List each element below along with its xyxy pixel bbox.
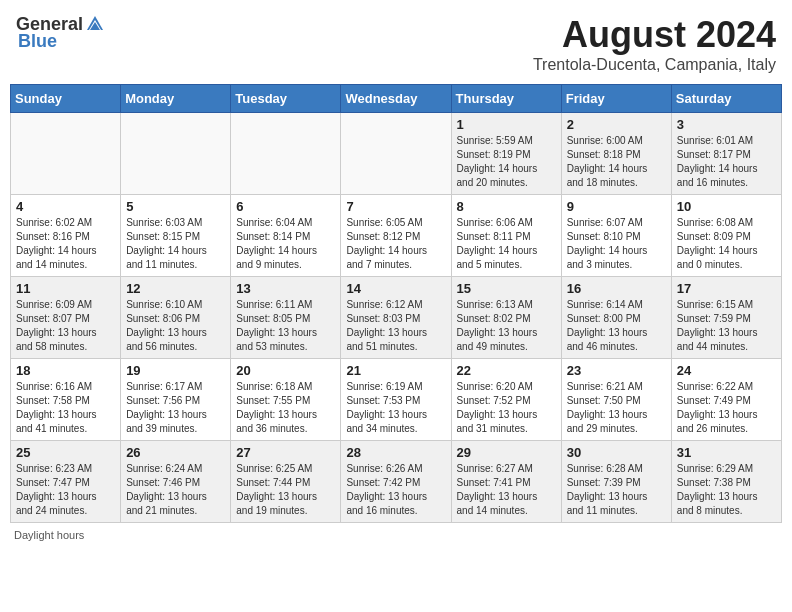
calendar-day-cell xyxy=(341,113,451,195)
calendar-day-cell xyxy=(11,113,121,195)
day-info: Sunrise: 6:08 AMSunset: 8:09 PMDaylight:… xyxy=(677,216,776,272)
day-info: Sunrise: 6:23 AMSunset: 7:47 PMDaylight:… xyxy=(16,462,115,518)
daylight-label: Daylight hours xyxy=(14,529,84,541)
day-info: Sunrise: 6:22 AMSunset: 7:49 PMDaylight:… xyxy=(677,380,776,436)
day-info: Sunrise: 6:21 AMSunset: 7:50 PMDaylight:… xyxy=(567,380,666,436)
day-number: 22 xyxy=(457,363,556,378)
day-number: 26 xyxy=(126,445,225,460)
footer: Daylight hours xyxy=(10,529,782,541)
day-info: Sunrise: 6:10 AMSunset: 8:06 PMDaylight:… xyxy=(126,298,225,354)
day-info: Sunrise: 6:04 AMSunset: 8:14 PMDaylight:… xyxy=(236,216,335,272)
calendar-day-cell: 20Sunrise: 6:18 AMSunset: 7:55 PMDayligh… xyxy=(231,359,341,441)
calendar-day-header: Saturday xyxy=(671,85,781,113)
day-info: Sunrise: 6:09 AMSunset: 8:07 PMDaylight:… xyxy=(16,298,115,354)
calendar-day-cell: 22Sunrise: 6:20 AMSunset: 7:52 PMDayligh… xyxy=(451,359,561,441)
calendar-day-cell: 18Sunrise: 6:16 AMSunset: 7:58 PMDayligh… xyxy=(11,359,121,441)
day-info: Sunrise: 6:24 AMSunset: 7:46 PMDaylight:… xyxy=(126,462,225,518)
calendar-day-cell: 24Sunrise: 6:22 AMSunset: 7:49 PMDayligh… xyxy=(671,359,781,441)
calendar-week-row: 4Sunrise: 6:02 AMSunset: 8:16 PMDaylight… xyxy=(11,195,782,277)
day-info: Sunrise: 6:15 AMSunset: 7:59 PMDaylight:… xyxy=(677,298,776,354)
day-number: 11 xyxy=(16,281,115,296)
day-number: 5 xyxy=(126,199,225,214)
day-number: 9 xyxy=(567,199,666,214)
day-info: Sunrise: 5:59 AMSunset: 8:19 PMDaylight:… xyxy=(457,134,556,190)
location-subtitle: Trentola-Ducenta, Campania, Italy xyxy=(533,56,776,74)
calendar-day-cell: 8Sunrise: 6:06 AMSunset: 8:11 PMDaylight… xyxy=(451,195,561,277)
main-title: August 2024 xyxy=(533,14,776,56)
day-number: 23 xyxy=(567,363,666,378)
calendar-day-cell: 9Sunrise: 6:07 AMSunset: 8:10 PMDaylight… xyxy=(561,195,671,277)
day-info: Sunrise: 6:07 AMSunset: 8:10 PMDaylight:… xyxy=(567,216,666,272)
logo-icon xyxy=(85,14,105,34)
day-number: 3 xyxy=(677,117,776,132)
day-info: Sunrise: 6:26 AMSunset: 7:42 PMDaylight:… xyxy=(346,462,445,518)
day-number: 20 xyxy=(236,363,335,378)
day-number: 31 xyxy=(677,445,776,460)
day-number: 27 xyxy=(236,445,335,460)
calendar-day-cell: 15Sunrise: 6:13 AMSunset: 8:02 PMDayligh… xyxy=(451,277,561,359)
day-info: Sunrise: 6:28 AMSunset: 7:39 PMDaylight:… xyxy=(567,462,666,518)
day-number: 25 xyxy=(16,445,115,460)
day-number: 7 xyxy=(346,199,445,214)
calendar-day-cell: 3Sunrise: 6:01 AMSunset: 8:17 PMDaylight… xyxy=(671,113,781,195)
calendar-day-cell: 5Sunrise: 6:03 AMSunset: 8:15 PMDaylight… xyxy=(121,195,231,277)
day-info: Sunrise: 6:06 AMSunset: 8:11 PMDaylight:… xyxy=(457,216,556,272)
calendar-body: 1Sunrise: 5:59 AMSunset: 8:19 PMDaylight… xyxy=(11,113,782,523)
calendar-day-cell xyxy=(121,113,231,195)
logo-blue-text: Blue xyxy=(18,31,57,52)
calendar-day-header: Friday xyxy=(561,85,671,113)
calendar-day-header: Wednesday xyxy=(341,85,451,113)
day-info: Sunrise: 6:17 AMSunset: 7:56 PMDaylight:… xyxy=(126,380,225,436)
calendar-day-cell: 17Sunrise: 6:15 AMSunset: 7:59 PMDayligh… xyxy=(671,277,781,359)
calendar-table: SundayMondayTuesdayWednesdayThursdayFrid… xyxy=(10,84,782,523)
day-number: 28 xyxy=(346,445,445,460)
calendar-day-header: Monday xyxy=(121,85,231,113)
day-info: Sunrise: 6:00 AMSunset: 8:18 PMDaylight:… xyxy=(567,134,666,190)
calendar-week-row: 18Sunrise: 6:16 AMSunset: 7:58 PMDayligh… xyxy=(11,359,782,441)
calendar-day-cell: 12Sunrise: 6:10 AMSunset: 8:06 PMDayligh… xyxy=(121,277,231,359)
day-info: Sunrise: 6:14 AMSunset: 8:00 PMDaylight:… xyxy=(567,298,666,354)
calendar-day-cell: 13Sunrise: 6:11 AMSunset: 8:05 PMDayligh… xyxy=(231,277,341,359)
day-number: 18 xyxy=(16,363,115,378)
day-info: Sunrise: 6:03 AMSunset: 8:15 PMDaylight:… xyxy=(126,216,225,272)
day-number: 29 xyxy=(457,445,556,460)
day-info: Sunrise: 6:25 AMSunset: 7:44 PMDaylight:… xyxy=(236,462,335,518)
day-info: Sunrise: 6:13 AMSunset: 8:02 PMDaylight:… xyxy=(457,298,556,354)
day-number: 6 xyxy=(236,199,335,214)
calendar-day-cell: 4Sunrise: 6:02 AMSunset: 8:16 PMDaylight… xyxy=(11,195,121,277)
day-number: 1 xyxy=(457,117,556,132)
calendar-day-cell: 11Sunrise: 6:09 AMSunset: 8:07 PMDayligh… xyxy=(11,277,121,359)
day-info: Sunrise: 6:02 AMSunset: 8:16 PMDaylight:… xyxy=(16,216,115,272)
day-number: 2 xyxy=(567,117,666,132)
calendar-day-header: Thursday xyxy=(451,85,561,113)
calendar-day-cell: 30Sunrise: 6:28 AMSunset: 7:39 PMDayligh… xyxy=(561,441,671,523)
day-info: Sunrise: 6:12 AMSunset: 8:03 PMDaylight:… xyxy=(346,298,445,354)
calendar-header-row: SundayMondayTuesdayWednesdayThursdayFrid… xyxy=(11,85,782,113)
calendar-day-cell: 29Sunrise: 6:27 AMSunset: 7:41 PMDayligh… xyxy=(451,441,561,523)
logo: General Blue xyxy=(16,14,105,52)
calendar-day-header: Sunday xyxy=(11,85,121,113)
calendar-week-row: 1Sunrise: 5:59 AMSunset: 8:19 PMDaylight… xyxy=(11,113,782,195)
day-info: Sunrise: 6:20 AMSunset: 7:52 PMDaylight:… xyxy=(457,380,556,436)
day-number: 15 xyxy=(457,281,556,296)
calendar-week-row: 25Sunrise: 6:23 AMSunset: 7:47 PMDayligh… xyxy=(11,441,782,523)
calendar-day-cell: 7Sunrise: 6:05 AMSunset: 8:12 PMDaylight… xyxy=(341,195,451,277)
day-info: Sunrise: 6:27 AMSunset: 7:41 PMDaylight:… xyxy=(457,462,556,518)
calendar-day-cell: 21Sunrise: 6:19 AMSunset: 7:53 PMDayligh… xyxy=(341,359,451,441)
calendar-day-cell: 23Sunrise: 6:21 AMSunset: 7:50 PMDayligh… xyxy=(561,359,671,441)
page-header: General Blue August 2024 Trentola-Ducent… xyxy=(10,10,782,78)
calendar-day-header: Tuesday xyxy=(231,85,341,113)
title-section: August 2024 Trentola-Ducenta, Campania, … xyxy=(533,14,776,74)
day-info: Sunrise: 6:01 AMSunset: 8:17 PMDaylight:… xyxy=(677,134,776,190)
day-number: 13 xyxy=(236,281,335,296)
day-info: Sunrise: 6:11 AMSunset: 8:05 PMDaylight:… xyxy=(236,298,335,354)
calendar-day-cell: 31Sunrise: 6:29 AMSunset: 7:38 PMDayligh… xyxy=(671,441,781,523)
calendar-day-cell: 26Sunrise: 6:24 AMSunset: 7:46 PMDayligh… xyxy=(121,441,231,523)
day-number: 14 xyxy=(346,281,445,296)
day-info: Sunrise: 6:16 AMSunset: 7:58 PMDaylight:… xyxy=(16,380,115,436)
calendar-day-cell: 14Sunrise: 6:12 AMSunset: 8:03 PMDayligh… xyxy=(341,277,451,359)
calendar-day-cell: 6Sunrise: 6:04 AMSunset: 8:14 PMDaylight… xyxy=(231,195,341,277)
day-number: 19 xyxy=(126,363,225,378)
day-number: 8 xyxy=(457,199,556,214)
calendar-day-cell: 27Sunrise: 6:25 AMSunset: 7:44 PMDayligh… xyxy=(231,441,341,523)
